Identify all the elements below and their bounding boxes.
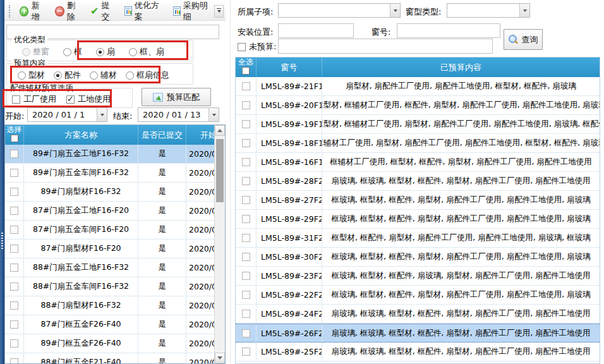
row-checkbox[interactable] bbox=[10, 226, 18, 234]
radio-option-1[interactable]: 框 bbox=[63, 46, 82, 58]
row-select-cell[interactable] bbox=[5, 277, 24, 296]
checkbox-option-0[interactable]: 工厂使用 bbox=[12, 94, 56, 105]
row-select-cell[interactable] bbox=[5, 145, 24, 163]
plan-table-row[interactable]: 89#门扇型材F16-F32是2020/0 bbox=[5, 183, 215, 202]
query-button[interactable]: 查询 bbox=[504, 29, 543, 50]
chevron-down-icon[interactable] bbox=[97, 108, 107, 121]
plan-table-row[interactable]: 87#门扇五金工地F16-F20是2020/0 bbox=[5, 202, 215, 221]
budget-table-row[interactable]: LM5L-89#-24F22扇玻璃, 框玻璃, 框型材, 框配件, 扇型材, 扇… bbox=[236, 305, 600, 324]
checkbox-option-1[interactable]: 工地使用 bbox=[66, 94, 111, 105]
install-position-input[interactable] bbox=[278, 23, 354, 38]
window-no-column-header[interactable]: 窗号 bbox=[257, 58, 322, 77]
row-checkbox[interactable] bbox=[10, 282, 18, 291]
row-select-cell[interactable] bbox=[236, 248, 257, 266]
row-select-cell[interactable] bbox=[236, 286, 257, 304]
radio-option-0[interactable]: 型材 bbox=[18, 70, 45, 81]
row-select-cell[interactable] bbox=[236, 134, 257, 152]
row-checkbox[interactable] bbox=[10, 188, 18, 196]
budget-table-row[interactable]: LM5L-89#-28F26扇玻璃, 框玻璃, 框型材, 框配件, 扇型材, 扇… bbox=[236, 172, 600, 191]
scrollbar-thumb[interactable] bbox=[216, 139, 224, 202]
start-column-header[interactable]: 开始 bbox=[186, 125, 215, 145]
plan-table-row[interactable]: 88#门扇型材F16-F32是2020/0 bbox=[5, 296, 215, 315]
row-checkbox[interactable] bbox=[242, 348, 250, 356]
row-select-cell[interactable] bbox=[5, 353, 24, 364]
row-checkbox[interactable] bbox=[242, 253, 250, 261]
budget-table-row[interactable]: LM5L-89#-27F25框玻璃, 框型材, 框配件, 扇型材, 扇配件工厂使… bbox=[236, 191, 600, 210]
radio-option-3[interactable]: 框扇信息 bbox=[126, 70, 169, 81]
dock-strip[interactable] bbox=[0, 0, 4, 364]
radio-option-3[interactable]: 框、扇 bbox=[129, 46, 164, 58]
row-checkbox[interactable] bbox=[242, 139, 250, 147]
plan-table-row[interactable]: 89#门扇五金车间F16-F32是2020/0 bbox=[5, 164, 215, 183]
row-select-cell[interactable] bbox=[236, 96, 257, 114]
budget-table-row[interactable]: LM5L-89#-20F18框型材, 框辅材工厂使用, 框配件, 扇型材, 扇配… bbox=[236, 96, 600, 115]
row-checkbox[interactable] bbox=[242, 196, 250, 204]
budget-table-row[interactable]: LM5L-89#-19F17框型材, 框辅材工厂使用, 扇型材, 扇配件工厂使用… bbox=[236, 115, 600, 134]
row-checkbox[interactable] bbox=[10, 358, 18, 364]
chevron-down-icon[interactable] bbox=[519, 4, 529, 17]
row-select-cell[interactable] bbox=[236, 267, 257, 285]
delete-button[interactable]: 删除 bbox=[51, 0, 85, 25]
row-checkbox[interactable] bbox=[242, 272, 250, 280]
chevron-down-icon[interactable] bbox=[390, 4, 400, 17]
toolbar-grip[interactable] bbox=[9, 5, 11, 18]
toolbar-overflow-button[interactable] bbox=[214, 5, 224, 18]
row-select-cell[interactable] bbox=[236, 210, 257, 228]
row-select-cell[interactable] bbox=[5, 334, 24, 353]
row-select-cell[interactable] bbox=[236, 172, 257, 190]
budget-table-row[interactable]: LM5L-89#-21F19扇型材, 扇配件工厂使用, 扇配件工地使用, 框型材… bbox=[236, 77, 600, 96]
start-date-picker[interactable]: 2020 / 01 / 1 bbox=[27, 107, 107, 122]
row-select-cell[interactable] bbox=[236, 153, 257, 171]
optimize-plan-button[interactable]: 优化方案 bbox=[121, 0, 168, 25]
row-select-cell[interactable] bbox=[5, 296, 24, 315]
row-select-cell[interactable] bbox=[236, 229, 257, 247]
row-checkbox[interactable] bbox=[242, 329, 250, 337]
radio-option-1[interactable]: 配件 bbox=[54, 70, 81, 81]
select-all-checkbox[interactable] bbox=[242, 67, 250, 75]
budgeted-column-header[interactable]: 已预算内容 bbox=[322, 58, 600, 77]
budget-table-row[interactable]: LM5L-89#-31F29框型材, 框配件, 扇型材, 扇配件工厂使用, 扇配… bbox=[236, 229, 600, 248]
budget-table-row[interactable]: LM5L-89#-22F20框玻璃, 框型材, 框配件, 扇型材, 扇配件工厂使… bbox=[236, 286, 600, 305]
select-all-checkbox[interactable] bbox=[11, 135, 18, 142]
plan-table-row[interactable]: 87#门框五金F26-F40是2020/0 bbox=[5, 315, 215, 334]
row-checkbox[interactable] bbox=[10, 301, 18, 310]
row-select-cell[interactable] bbox=[236, 324, 257, 342]
budget-table-row[interactable]: LM5L-89#-30F28框玻璃, 框型材, 框配件, 扇型材, 扇配件工厂使… bbox=[236, 248, 600, 267]
chevron-down-icon[interactable] bbox=[208, 108, 219, 121]
row-select-cell[interactable] bbox=[5, 183, 24, 201]
row-checkbox[interactable] bbox=[10, 320, 18, 329]
row-select-cell[interactable] bbox=[5, 315, 24, 334]
row-checkbox[interactable] bbox=[242, 177, 250, 185]
row-select-cell[interactable] bbox=[5, 221, 24, 239]
scroll-down-icon[interactable] bbox=[215, 353, 225, 363]
row-select-cell[interactable] bbox=[5, 240, 24, 258]
row-checkbox[interactable] bbox=[242, 310, 250, 318]
row-select-cell[interactable] bbox=[5, 258, 24, 277]
window-type-dropdown[interactable] bbox=[447, 3, 530, 18]
plan-table-row[interactable]: 88#门框五金F21-F40是2020/0 bbox=[5, 353, 215, 364]
row-select-cell[interactable] bbox=[5, 164, 24, 182]
budget-table-row[interactable]: LM5L-89#-23F21框玻璃, 框型材, 框配件, 扇玻璃, 扇型材, 扇… bbox=[236, 267, 600, 286]
row-checkbox[interactable] bbox=[242, 234, 250, 242]
end-date-picker[interactable]: 2020 / 01 / 13 bbox=[138, 107, 219, 122]
scroll-up-icon[interactable] bbox=[215, 125, 225, 136]
row-checkbox[interactable] bbox=[10, 245, 18, 253]
row-checkbox[interactable] bbox=[242, 101, 250, 109]
row-checkbox[interactable] bbox=[10, 150, 18, 158]
row-select-cell[interactable] bbox=[236, 305, 257, 323]
window-no-input[interactable] bbox=[397, 23, 500, 38]
row-select-cell[interactable] bbox=[236, 191, 257, 209]
plan-table-scrollbar[interactable] bbox=[214, 125, 225, 363]
radio-option-2[interactable]: 扇 bbox=[96, 46, 115, 58]
plan-table-row[interactable]: 89#门扇五金工地F16-F32是2020/0 bbox=[5, 145, 215, 164]
row-checkbox[interactable] bbox=[242, 158, 250, 166]
budget-table-row[interactable]: LM5L-89#-26F24扇玻璃, 框玻璃, 框型材, 框配件, 扇型材, 扇… bbox=[236, 324, 600, 343]
budget-match-button[interactable]: 预算匹配 bbox=[142, 88, 211, 106]
plan-table-row[interactable]: 87#门扇型材F16-F20是2020/0 bbox=[5, 240, 215, 258]
row-select-cell[interactable] bbox=[236, 343, 257, 361]
budget-table-row[interactable]: LM5L-89#-18F16框辅材工厂使用, 扇型材, 扇配件工厂使用, 扇配件… bbox=[236, 134, 600, 153]
row-checkbox[interactable] bbox=[10, 339, 18, 348]
row-select-cell[interactable] bbox=[5, 202, 24, 220]
add-button[interactable]: 新增 bbox=[16, 0, 50, 25]
plan-name-column-header[interactable]: 方案名称 bbox=[24, 125, 138, 145]
